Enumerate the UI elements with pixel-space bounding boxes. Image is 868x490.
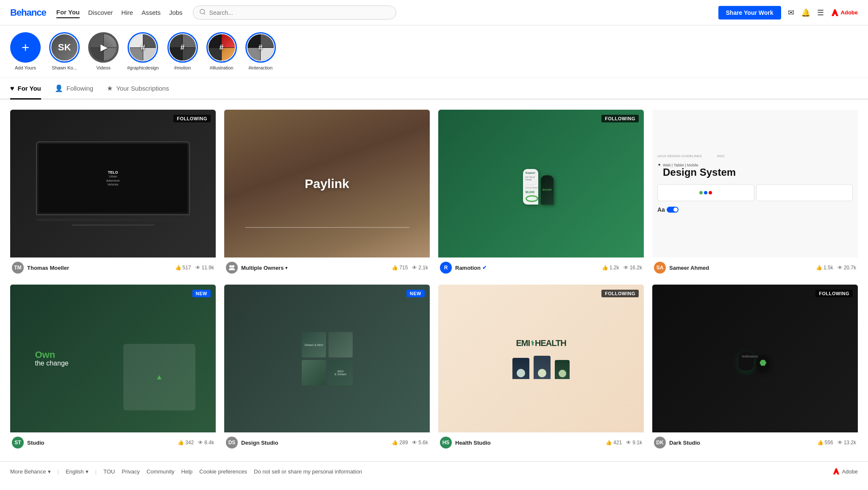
- card-meta-6: DS Design Studio 👍 289 👁 5.6k: [224, 432, 430, 451]
- eye-icon-4: 👁: [837, 265, 843, 271]
- nav-hire[interactable]: Hire: [121, 7, 133, 18]
- story-illustration[interactable]: # #illustration: [206, 32, 237, 70]
- footer-adobe-text: Adobe: [842, 468, 858, 475]
- tab-for-you[interactable]: ♥ For You: [10, 85, 41, 100]
- adobe-logo[interactable]: Adobe: [831, 8, 858, 17]
- search-input[interactable]: [209, 9, 390, 16]
- nav-for-you[interactable]: For You: [56, 7, 80, 18]
- views-8: 👁 13.2k: [837, 440, 856, 446]
- search-icon: [199, 8, 206, 17]
- card-thumb-3: Support For You & Family Accumulation $6…: [438, 110, 644, 257]
- card-stats-1: 👍 517 👁 11.9k: [175, 265, 214, 271]
- card-thumb-4: UI/UX DESIGN GUIDELINES 2022 ✦ Web | Tab…: [652, 110, 858, 257]
- card-meta-5: ST Studio 👍 342 👁 8.4k: [10, 432, 216, 451]
- story-shawn[interactable]: SK Shawn Ko...: [49, 32, 80, 70]
- card-meta-8: DK Dark Studio 👍 556 👁 13.2k: [652, 432, 858, 451]
- eye-icon-2: 👁: [412, 265, 417, 271]
- card-stats-5: 👍 342 👁 8.4k: [178, 440, 214, 446]
- search-bar[interactable]: [193, 6, 396, 19]
- card-badge-new-6: NEW: [406, 290, 425, 297]
- navbar: Behance For You Discover Hire Assets Job…: [0, 0, 868, 25]
- feed-card-8[interactable]: Notifications ⬣ FOLLOWING DK Dark Stu: [652, 285, 858, 451]
- author-info-8: Dark Studio: [669, 440, 814, 446]
- card-stats-3: 👍 1.2k 👁 16.2k: [602, 265, 642, 271]
- views-1: 👁 11.9k: [195, 265, 214, 271]
- card-badge-following-8: FOLLOWING: [815, 290, 853, 297]
- story-label-videos: Videos: [96, 65, 110, 70]
- feed-card-1[interactable]: TELO UrbanAdventureVehicles FOLLOWING TM…: [10, 110, 216, 276]
- author-name-6[interactable]: Design Studio: [241, 440, 388, 446]
- tab-subscriptions-label: Your Subscriptions: [116, 85, 169, 92]
- mail-icon[interactable]: ✉: [788, 8, 794, 17]
- thumbs-up-icon-3: 👍: [602, 265, 608, 271]
- author-avatar-3: R: [440, 262, 452, 274]
- author-avatar-8: DK: [654, 437, 666, 448]
- tab-subscriptions[interactable]: ★ Your Subscriptions: [107, 84, 169, 100]
- more-behance-arrow: ▾: [48, 468, 51, 475]
- feed-card-5[interactable]: Own the change ▲ NEW ST Studio 👍 342: [10, 285, 216, 451]
- author-avatar-4: SA: [654, 262, 666, 274]
- bell-icon[interactable]: 🔔: [801, 8, 810, 17]
- footer-privacy[interactable]: Privacy: [122, 468, 140, 475]
- person-icon: 👤: [55, 84, 63, 92]
- author-info-7: Health Studio: [455, 440, 602, 446]
- likes-5: 👍 342: [178, 440, 194, 446]
- card-meta-3: R Ramotion ✔ 👍 1.2k 👁 16.2k: [438, 257, 644, 276]
- footer-adobe: Adobe: [832, 468, 858, 475]
- svg-point-0: [200, 9, 205, 14]
- author-name-2[interactable]: Multiple Owners ▾: [241, 265, 388, 271]
- story-interaction[interactable]: # #interaction: [245, 32, 276, 70]
- adobe-text: Adobe: [841, 9, 858, 16]
- author-name-5[interactable]: Studio: [27, 440, 174, 446]
- likes-4: 👍 1.5k: [816, 265, 833, 271]
- footer-tou[interactable]: TOU: [103, 468, 115, 475]
- svg-point-2: [229, 265, 232, 268]
- feed-card-3[interactable]: Support For You & Family Accumulation $6…: [438, 110, 644, 276]
- likes-8: 👍 556: [817, 440, 833, 446]
- nav-discover[interactable]: Discover: [88, 7, 113, 18]
- story-add-yours[interactable]: + Add Yours: [10, 32, 41, 70]
- views-6: 👁 5.6k: [412, 440, 428, 446]
- footer-do-not-sell[interactable]: Do not sell or share my personal informa…: [254, 468, 362, 475]
- share-work-button[interactable]: Share Your Work: [718, 6, 781, 19]
- dropdown-arrow-2[interactable]: ▾: [285, 266, 287, 270]
- more-behance-dropdown[interactable]: More Behance ▾: [10, 468, 51, 475]
- footer-help[interactable]: Help: [181, 468, 193, 475]
- author-name-4[interactable]: Sameer Ahmed: [669, 265, 812, 271]
- feed-card-2[interactable]: Paylink Multiple Owners ▾ 👍 715 👁: [224, 110, 430, 276]
- story-graphicdesign[interactable]: # #graphicdesign: [127, 32, 159, 70]
- nav-jobs[interactable]: Jobs: [169, 7, 183, 18]
- tab-following[interactable]: 👤 Following: [55, 84, 93, 100]
- card-stats-6: 👍 289 👁 5.6k: [392, 440, 428, 446]
- eye-icon-1: 👁: [195, 265, 200, 271]
- footer-cookie[interactable]: Cookie preferences: [199, 468, 247, 475]
- more-behance-label: More Behance: [10, 468, 46, 475]
- add-story-button[interactable]: +: [10, 32, 41, 63]
- story-label-motion: #motion: [174, 65, 191, 70]
- thumbs-up-icon-1: 👍: [175, 265, 181, 271]
- tabs-bar: ♥ For You 👤 Following ★ Your Subscriptio…: [0, 78, 868, 100]
- story-motion[interactable]: # #motion: [167, 32, 198, 70]
- author-avatar-5: ST: [12, 437, 24, 448]
- feed-card-4[interactable]: UI/UX DESIGN GUIDELINES 2022 ✦ Web | Tab…: [652, 110, 858, 276]
- menu-icon[interactable]: ☰: [817, 8, 824, 17]
- author-name-1[interactable]: Thomas Moeller: [27, 265, 172, 271]
- language-selector[interactable]: English ▾: [66, 468, 89, 475]
- card-stats-2: 👍 715 👁 2.1k: [392, 265, 428, 271]
- author-name-8[interactable]: Dark Studio: [669, 440, 814, 446]
- author-name-3[interactable]: Ramotion ✔: [455, 265, 598, 271]
- nav-assets[interactable]: Assets: [142, 7, 161, 18]
- card-meta-4: SA Sameer Ahmed 👍 1.5k 👁 20.7k: [652, 257, 858, 276]
- author-info-2: Multiple Owners ▾: [241, 265, 388, 271]
- footer-community[interactable]: Community: [147, 468, 175, 475]
- thumbs-up-icon-4: 👍: [816, 265, 822, 271]
- feed-card-6[interactable]: Shawn & Alice Alice& Shawn NEW DS Design…: [224, 285, 430, 451]
- behance-logo[interactable]: Behance: [10, 7, 46, 18]
- views-3: 👁 16.2k: [623, 265, 642, 271]
- card-stats-4: 👍 1.5k 👁 20.7k: [816, 265, 856, 271]
- author-name-7[interactable]: Health Studio: [455, 440, 602, 446]
- story-videos[interactable]: ▶ Videos: [88, 32, 119, 70]
- author-avatar-7: HS: [440, 437, 452, 448]
- likes-1: 👍 517: [175, 265, 191, 271]
- feed-card-7[interactable]: EMI ⚕ HEALTH: [438, 285, 644, 451]
